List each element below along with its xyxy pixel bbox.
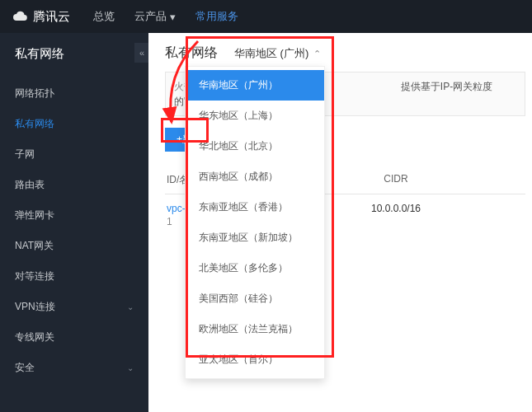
brand-text: 腾讯云 <box>33 9 70 25</box>
sidebar-item-6[interactable]: 对等连接 <box>0 261 148 292</box>
region-selected-label: 华南地区 (广州) <box>234 46 308 61</box>
caret-down-icon: ▾ <box>170 11 176 23</box>
sidebar-collapse-button[interactable]: « <box>134 43 149 63</box>
sidebar-item-1[interactable]: 私有网络 <box>0 109 148 139</box>
brand-logo: 腾讯云 <box>12 8 70 25</box>
region-dropdown: 华南地区（广州）华东地区（上海）华北地区（北京）西南地区（成都）东南亚地区（香港… <box>185 66 325 379</box>
sidebar-item-5[interactable]: NAT网关 <box>0 231 148 261</box>
vpc-cidr-value: 10.0.0.0/16 <box>305 203 487 227</box>
region-option-6[interactable]: 北美地区（多伦多） <box>186 253 324 283</box>
region-option-3[interactable]: 西南地区（成都） <box>186 162 324 192</box>
top-link-products[interactable]: 云产品 ▾ <box>134 9 176 24</box>
sidebar: 私有网络 « 网络拓扑私有网络子网路由表弹性网卡NAT网关对等连接VPN连接⌄专… <box>0 33 148 412</box>
top-link-overview[interactable]: 总览 <box>93 9 115 24</box>
region-selector-trigger[interactable]: 华南地区 (广州) ⌃ <box>229 43 326 64</box>
chevron-down-icon: ⌄ <box>127 302 134 311</box>
region-option-4[interactable]: 东南亚地区（香港） <box>186 192 324 222</box>
sidebar-item-label: 私有网络 <box>15 117 54 131</box>
region-option-7[interactable]: 美国西部（硅谷） <box>186 283 324 314</box>
sidebar-item-label: 对等连接 <box>15 269 54 283</box>
region-option-1[interactable]: 华东地区（上海） <box>186 101 324 131</box>
sidebar-item-label: 网络拓扑 <box>15 87 54 101</box>
sidebar-item-9[interactable]: 安全⌄ <box>0 353 148 383</box>
sidebar-item-label: 弹性网卡 <box>15 208 54 222</box>
top-link-common-services[interactable]: 常用服务 <box>195 9 238 24</box>
sidebar-item-2[interactable]: 子网 <box>0 139 148 170</box>
region-option-0[interactable]: 华南地区（广州） <box>186 70 324 101</box>
top-links: 总览 云产品 ▾ 常用服务 <box>93 9 258 24</box>
chevron-down-icon: ⌄ <box>127 363 134 372</box>
sidebar-item-label: VPN连接 <box>15 300 55 314</box>
sidebar-item-label: 路由表 <box>15 178 45 192</box>
region-option-8[interactable]: 欧洲地区（法兰克福） <box>186 314 324 344</box>
topbar: 腾讯云 总览 云产品 ▾ 常用服务 <box>0 0 532 33</box>
region-option-2[interactable]: 华北地区（北京） <box>186 131 324 162</box>
main-content: 私有网络 华南地区 (广州) ⌃ 华南地区（广州）华东地区（上海）华北地区（北京… <box>148 33 532 412</box>
sidebar-item-8[interactable]: 专线网关 <box>0 322 148 353</box>
sidebar-title: 私有网络 <box>0 33 148 73</box>
region-option-5[interactable]: 东南亚地区（新加坡） <box>186 222 324 253</box>
col-header-cidr: CIDR <box>305 173 487 187</box>
sidebar-item-0[interactable]: 网络拓扑 <box>0 78 148 109</box>
caret-up-icon: ⌃ <box>313 49 321 59</box>
sidebar-item-4[interactable]: 弹性网卡 <box>0 200 148 231</box>
page-title: 私有网络 <box>165 44 525 62</box>
sidebar-item-label: NAT网关 <box>15 239 54 253</box>
sidebar-item-7[interactable]: VPN连接⌄ <box>0 292 148 322</box>
sidebar-item-label: 子网 <box>15 147 35 162</box>
region-option-9[interactable]: 亚太地区（首尔） <box>186 344 324 375</box>
cloud-icon <box>12 8 28 25</box>
sidebar-item-label: 专线网关 <box>15 330 54 344</box>
sidebar-item-label: 安全 <box>15 361 35 375</box>
sidebar-item-3[interactable]: 路由表 <box>0 170 148 200</box>
